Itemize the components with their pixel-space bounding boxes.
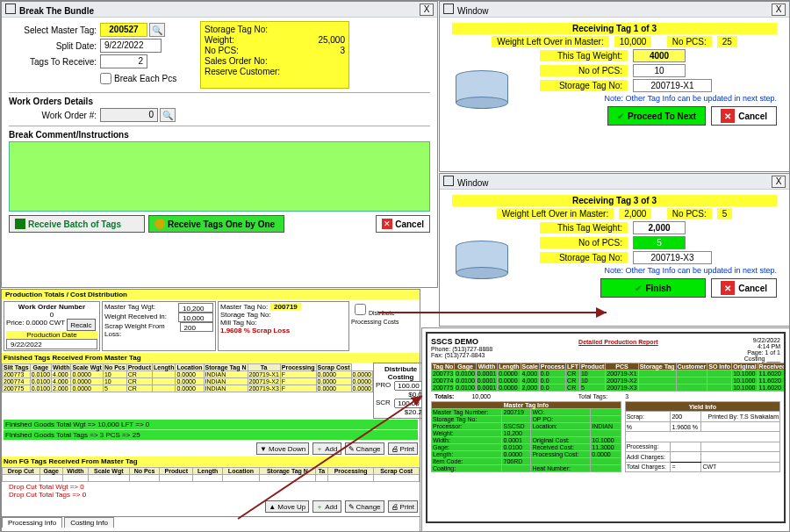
- database-icon: [456, 70, 508, 114]
- non-fg-header: Non FG Tags Received From Master Tag: [2, 457, 420, 466]
- fg-total-tags: Finished Goods Total Tags => 3 PCS => 25: [4, 430, 418, 440]
- panel-title: Production Totals / Cost Distribution: [2, 290, 420, 299]
- window-title: Break The Bundle: [19, 6, 94, 16]
- storage-tag-input[interactable]: 200719-X1: [633, 79, 712, 92]
- comment-heading: Break Comment/Instructions: [9, 130, 430, 140]
- check-icon: ✔: [635, 284, 642, 293]
- yield-info-table: Yield Info Scrap:200Printed By: T.S Siva…: [625, 401, 780, 472]
- split-date-input[interactable]: 9/22/2022: [100, 39, 162, 53]
- app-icon: [5, 4, 16, 14]
- report-table: Tag NoGageWidthLengthScaleProcessLFTProd…: [431, 363, 786, 392]
- close-icon: ✕: [721, 281, 735, 295]
- titlebar: Window X: [440, 2, 789, 18]
- close-icon[interactable]: X: [772, 4, 786, 16]
- split-date-label: Split Date:: [9, 41, 97, 51]
- titlebar: Window X: [440, 174, 789, 190]
- master-tag-info-table: Master Tag Info Master Tag Number:200719…: [431, 401, 621, 472]
- close-icon: ✕: [721, 109, 735, 123]
- receiving-title: Receiving Tag 1 of 3: [452, 23, 777, 34]
- prod-date-input[interactable]: 9/22/2022: [6, 339, 97, 349]
- search-master-tag-button[interactable]: 🔍: [149, 23, 165, 37]
- production-totals-panel: Production Totals / Cost Distribution Wo…: [1, 289, 420, 532]
- receive-one-by-one-button[interactable]: Receive Tags One by One: [148, 215, 284, 233]
- print-button-2[interactable]: 🖨 Print: [388, 500, 418, 513]
- excel-icon: [15, 219, 25, 229]
- tab-costing-info[interactable]: Costing Info: [64, 517, 114, 528]
- receive-batch-button[interactable]: Receive Batch of Tags: [9, 215, 145, 233]
- search-work-order-button[interactable]: 🔍: [160, 108, 176, 122]
- break-each-pcs-checkbox[interactable]: [100, 73, 111, 84]
- break-bundle-window: Break The Bundle X Select Master Tag: 20…: [1, 1, 438, 288]
- titlebar: Break The Bundle X: [2, 2, 437, 18]
- finished-tags-table: Slit TagsGageWidthScale WgtNo PcsProduct…: [2, 363, 373, 392]
- app-icon: [443, 176, 454, 186]
- report-title: Detailed Production Report: [578, 339, 658, 360]
- detailed-report-panel: SSCS DEMO Phone: (513)727-8888 Fax: (513…: [421, 327, 790, 532]
- no-pcs-input[interactable]: 10: [633, 64, 686, 77]
- non-fg-table: Drop CutGageWidthScale WgtNo PcsProductL…: [2, 467, 420, 482]
- tab-processing-info[interactable]: Processing Info: [2, 517, 62, 528]
- close-icon: ✕: [382, 219, 392, 229]
- close-icon[interactable]: X: [420, 4, 434, 16]
- distribute-costing-box: Distribute Costing PRO $0.00 SCR $20.20: [373, 363, 428, 419]
- app-icon: [443, 4, 454, 14]
- cancel-button[interactable]: ✕Cancel: [711, 106, 777, 126]
- change-button-2[interactable]: ✎ Change: [345, 500, 384, 513]
- print-button[interactable]: 🖨 Print: [388, 442, 418, 455]
- recalc-button[interactable]: Recalc: [67, 319, 95, 331]
- this-weight-input[interactable]: 2,000: [633, 221, 686, 234]
- comment-textarea[interactable]: [9, 141, 430, 212]
- cancel-button[interactable]: ✕Cancel: [376, 215, 430, 233]
- tag-info-block: Storage Tag No: Weight:25,000 No PCS:3 S…: [200, 21, 349, 89]
- tags-to-receive-label: Tags To Receive:: [9, 57, 97, 67]
- this-weight-input[interactable]: 4000: [633, 49, 686, 62]
- finish-button[interactable]: ✔Finish: [600, 278, 706, 298]
- work-orders-heading: Work Orders Details: [9, 97, 430, 106]
- storage-tag-input[interactable]: 200719-X3: [633, 251, 712, 264]
- master-tag-label: Select Master Tag:: [9, 25, 97, 35]
- close-icon[interactable]: X: [772, 176, 786, 188]
- window-title: Window: [457, 178, 489, 188]
- change-button[interactable]: ✎ Change: [345, 442, 384, 455]
- database-icon: [456, 241, 508, 284]
- finished-tags-header: Finished Tags Received From Master Tag: [2, 353, 420, 363]
- hand-icon: [154, 219, 165, 229]
- fg-total-wgt: Finished Goods Total Wgt => 10,000 LFT =…: [4, 420, 418, 429]
- master-tag-input[interactable]: 200527: [100, 23, 147, 37]
- check-icon: ✔: [617, 111, 624, 121]
- move-up-button[interactable]: ▲ Move Up: [265, 500, 309, 513]
- cancel-button[interactable]: ✕Cancel: [711, 278, 777, 298]
- work-order-input[interactable]: 0: [100, 108, 158, 122]
- tags-to-receive-input[interactable]: 2: [100, 54, 147, 68]
- receiving-title: Receiving Tag 3 of 3: [452, 195, 777, 206]
- no-pcs-input[interactable]: 5: [633, 236, 686, 249]
- scrap-loss-text: 1.9608 % Scrap Loss: [220, 327, 347, 334]
- break-each-pcs-label: Break Each Pcs: [114, 74, 176, 83]
- receiving-window-1: Window X Receiving Tag 1 of 3 Weight Lef…: [439, 1, 790, 172]
- window-title: Window: [457, 6, 489, 16]
- proceed-button[interactable]: ✔Proceed To Next: [607, 106, 706, 126]
- distribute-processing-checkbox[interactable]: [355, 304, 366, 315]
- work-order-label: Work Order #:: [9, 111, 97, 120]
- receiving-window-3: Window X Receiving Tag 3 of 3 Weight Lef…: [439, 173, 790, 327]
- company-name: SSCS DEMO: [431, 337, 492, 346]
- add-button[interactable]: ＋Add: [312, 442, 341, 455]
- move-down-button[interactable]: ▼ Move Down: [256, 442, 309, 455]
- add-button-2[interactable]: ＋Add: [312, 500, 341, 513]
